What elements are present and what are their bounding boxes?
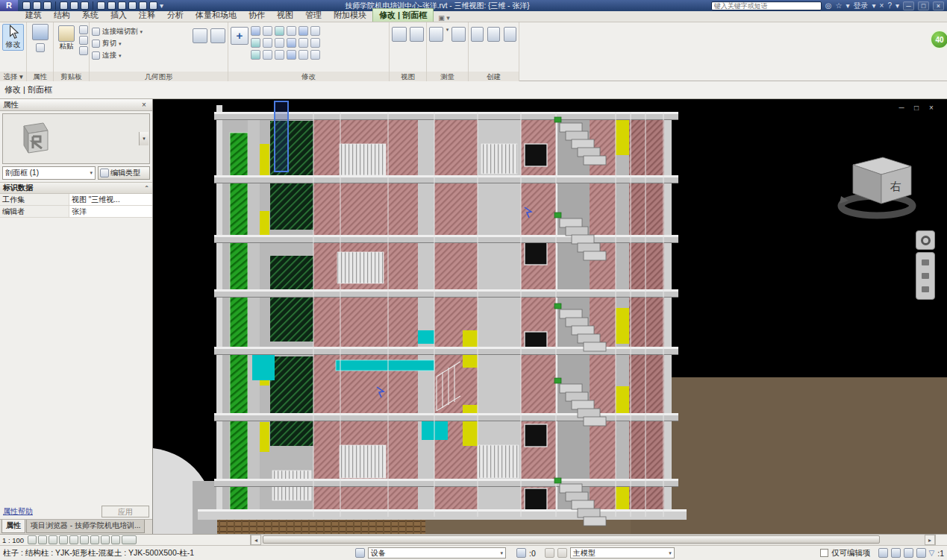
align-tool-icon[interactable]	[251, 26, 260, 36]
palette-header[interactable]: 属性 ×	[0, 99, 152, 111]
panel-label-geometry[interactable]: 几何图形	[90, 72, 228, 81]
delete-tool-icon[interactable]	[263, 50, 272, 60]
exclude-options-icon[interactable]	[878, 548, 888, 558]
close-icon[interactable]: ×	[933, 1, 944, 10]
filter-icon[interactable]: ▽	[929, 549, 935, 557]
pan-icon[interactable]	[922, 273, 929, 279]
design-option-select[interactable]: 主模型 ▾	[570, 547, 675, 559]
close-icon[interactable]: ×	[139, 101, 149, 109]
wall-joins-icon[interactable]	[193, 28, 207, 43]
exchange-icon[interactable]: ×	[880, 1, 884, 10]
tab-massing-site[interactable]: 体量和场地	[190, 9, 243, 22]
notification-badge[interactable]: 40	[930, 30, 947, 49]
panel-label-measure[interactable]: 测量	[427, 72, 468, 81]
chevron-down-icon[interactable]: ▾	[846, 1, 850, 10]
tab-insert[interactable]: 插入	[104, 9, 133, 22]
sign-in-label[interactable]: 登录	[854, 1, 869, 10]
tab-analyze[interactable]: 分析	[161, 9, 190, 22]
panel-label-modify[interactable]: 修改	[228, 72, 389, 81]
3d-view-canvas[interactable]: 右	[153, 99, 947, 534]
apply-button[interactable]: 应用	[101, 506, 149, 517]
edit-type-button[interactable]: 编辑类型	[98, 166, 150, 180]
panel-label-view[interactable]: 视图	[390, 72, 426, 81]
view-minimize-icon[interactable]: ─	[896, 104, 907, 112]
properties-help-link[interactable]: 属性帮助	[3, 506, 33, 517]
visibility-icon[interactable]	[392, 27, 407, 42]
reveal-hidden-icon[interactable]	[111, 535, 120, 544]
steering-wheel-icon[interactable]	[916, 230, 935, 250]
press-drag-icon[interactable]	[891, 548, 901, 558]
tab-manage[interactable]: 管理	[299, 9, 328, 22]
panel-label-select[interactable]: 选择 ▾	[0, 72, 26, 81]
dimension-icon[interactable]	[451, 27, 466, 42]
cope-tool-icon[interactable]	[275, 50, 284, 60]
viewcube-face-label[interactable]: 右	[890, 180, 901, 192]
rendering-icon[interactable]	[69, 535, 78, 544]
view-close-icon[interactable]: ×	[926, 104, 937, 112]
help-icon[interactable]: ?	[887, 1, 892, 10]
scroll-left-icon[interactable]: ◂	[251, 535, 261, 545]
worksharing-display-icon[interactable]	[122, 535, 137, 544]
create-similar-icon[interactable]	[487, 27, 500, 42]
panel-label-create[interactable]: 创建	[469, 72, 519, 81]
chevron-down-icon[interactable]: ▾	[896, 1, 899, 10]
search-input[interactable]	[711, 1, 822, 10]
tab-view[interactable]: 视图	[271, 9, 299, 22]
copy-tool-icon[interactable]	[299, 26, 308, 36]
horizontal-scrollbar[interactable]: ◂ ▸	[251, 535, 935, 545]
paste-button[interactable]: 粘贴	[56, 24, 77, 53]
temporary-hide-icon[interactable]	[101, 535, 110, 544]
tab-modify-section-box[interactable]: 修改 | 剖面框	[372, 8, 434, 22]
element-type-select[interactable]: 剖面框 (1) ▾	[2, 166, 96, 180]
active-workset-select[interactable]: 设备 ▾	[368, 547, 506, 559]
zoom-tools[interactable]	[916, 252, 935, 300]
scrollbar-track[interactable]	[261, 535, 925, 545]
select-underlay-icon[interactable]	[904, 548, 913, 558]
select-pinned-icon[interactable]	[916, 548, 926, 558]
array-tool-icon[interactable]	[287, 38, 296, 48]
scrollbar-thumb[interactable]	[263, 535, 880, 544]
modify-button[interactable]: 修改	[2, 24, 24, 51]
create-group-icon[interactable]	[471, 27, 484, 42]
zoom-icon[interactable]	[922, 259, 929, 265]
tab-structure[interactable]: 结构	[48, 9, 76, 22]
show-crop-icon[interactable]	[90, 535, 99, 544]
tab-collaborate[interactable]: 协作	[243, 9, 271, 22]
editing-requests-icon[interactable]	[516, 548, 526, 558]
crop-view-icon[interactable]	[80, 535, 89, 544]
detail-level-icon[interactable]	[28, 535, 37, 544]
orbit-icon[interactable]	[922, 286, 929, 292]
scale-tool-icon[interactable]	[299, 38, 308, 48]
hide-elements-icon[interactable]	[410, 27, 425, 42]
mirror-pick-tool-icon[interactable]	[287, 26, 296, 36]
tab-properties[interactable]: 属性	[1, 520, 25, 533]
cut-to-clipboard-icon[interactable]	[79, 25, 88, 34]
building-model[interactable]	[198, 101, 687, 526]
editable-only-checkbox[interactable]	[820, 549, 828, 557]
join-end-cut-button[interactable]: 连接端切割 ▾	[92, 26, 143, 37]
identity-data-group[interactable]: 标识数据 ⌃	[0, 182, 152, 194]
offset-tool-icon[interactable]	[263, 26, 272, 36]
visual-style-icon[interactable]	[38, 535, 47, 544]
scale-control[interactable]: 1 : 100	[2, 536, 24, 544]
split-tool-icon[interactable]	[263, 38, 272, 48]
beam-join-tool-icon[interactable]	[299, 50, 308, 60]
unpin-tool-icon[interactable]	[310, 38, 320, 48]
copy-to-clipboard-icon[interactable]	[79, 36, 88, 45]
paint-tool-icon[interactable]	[310, 50, 320, 60]
type-selector-dropdown-icon[interactable]: ▾	[139, 132, 149, 145]
search-icon[interactable]: ◎	[825, 1, 832, 10]
tab-systems[interactable]: 系统	[76, 9, 104, 22]
restore-icon[interactable]: □	[918, 1, 929, 10]
demolish-icon[interactable]	[210, 28, 225, 43]
drawing-area[interactable]: 右 ─ □ ×	[153, 99, 947, 534]
panel-label-properties[interactable]: 属性	[27, 72, 53, 81]
sun-path-icon[interactable]	[49, 535, 57, 544]
tab-architecture[interactable]: 建筑	[19, 9, 48, 22]
trim-corner-tool-icon[interactable]	[251, 38, 260, 48]
worksets-icon[interactable]	[355, 548, 365, 558]
panel-label-clipboard[interactable]: 剪贴板	[54, 72, 89, 81]
trim-extend-tool-icon[interactable]	[251, 50, 260, 60]
chevron-down-icon[interactable]: ▾	[872, 1, 876, 10]
property-value[interactable]: 张洋	[69, 206, 152, 217]
